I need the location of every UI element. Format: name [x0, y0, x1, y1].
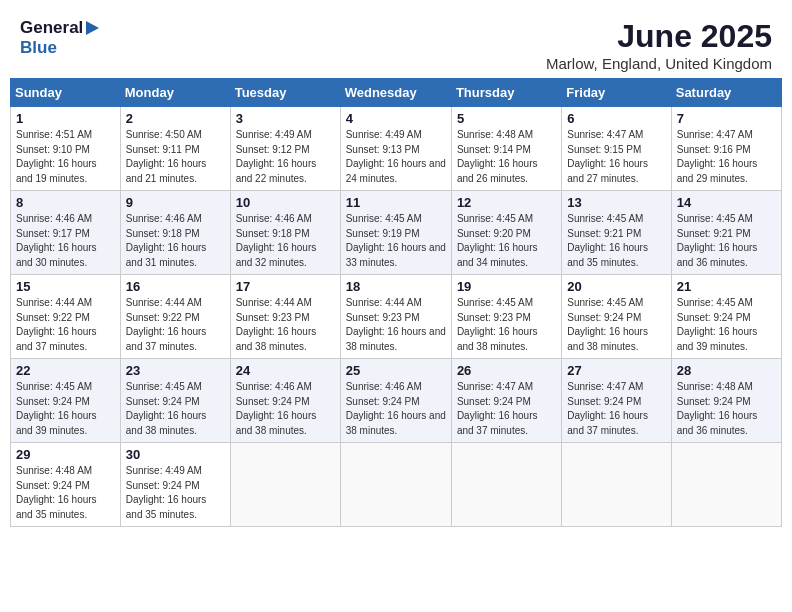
day-number: 2	[126, 111, 225, 126]
header-wednesday: Wednesday	[340, 79, 451, 107]
calendar-cell: 29Sunrise: 4:48 AM Sunset: 9:24 PM Dayli…	[11, 443, 121, 527]
calendar-cell: 4Sunrise: 4:49 AM Sunset: 9:13 PM Daylig…	[340, 107, 451, 191]
day-info: Sunrise: 4:49 AM Sunset: 9:12 PM Dayligh…	[236, 128, 335, 186]
day-number: 18	[346, 279, 446, 294]
day-info: Sunrise: 4:46 AM Sunset: 9:24 PM Dayligh…	[236, 380, 335, 438]
header-thursday: Thursday	[451, 79, 561, 107]
day-number: 15	[16, 279, 115, 294]
day-number: 30	[126, 447, 225, 462]
logo-triangle-icon	[86, 21, 99, 35]
calendar-cell	[562, 443, 671, 527]
header-row: SundayMondayTuesdayWednesdayThursdayFrid…	[11, 79, 782, 107]
page-header: General Blue June 2025 Marlow, England, …	[10, 10, 782, 78]
day-info: Sunrise: 4:51 AM Sunset: 9:10 PM Dayligh…	[16, 128, 115, 186]
calendar-cell: 20Sunrise: 4:45 AM Sunset: 9:24 PM Dayli…	[562, 275, 671, 359]
day-info: Sunrise: 4:46 AM Sunset: 9:17 PM Dayligh…	[16, 212, 115, 270]
calendar-cell: 9Sunrise: 4:46 AM Sunset: 9:18 PM Daylig…	[120, 191, 230, 275]
calendar-cell: 6Sunrise: 4:47 AM Sunset: 9:15 PM Daylig…	[562, 107, 671, 191]
day-info: Sunrise: 4:45 AM Sunset: 9:24 PM Dayligh…	[16, 380, 115, 438]
day-number: 21	[677, 279, 776, 294]
day-number: 25	[346, 363, 446, 378]
day-info: Sunrise: 4:48 AM Sunset: 9:24 PM Dayligh…	[16, 464, 115, 522]
day-info: Sunrise: 4:47 AM Sunset: 9:15 PM Dayligh…	[567, 128, 665, 186]
calendar-cell: 8Sunrise: 4:46 AM Sunset: 9:17 PM Daylig…	[11, 191, 121, 275]
calendar-cell: 21Sunrise: 4:45 AM Sunset: 9:24 PM Dayli…	[671, 275, 781, 359]
calendar-cell: 13Sunrise: 4:45 AM Sunset: 9:21 PM Dayli…	[562, 191, 671, 275]
week-row-2: 8Sunrise: 4:46 AM Sunset: 9:17 PM Daylig…	[11, 191, 782, 275]
calendar-cell: 17Sunrise: 4:44 AM Sunset: 9:23 PM Dayli…	[230, 275, 340, 359]
day-number: 9	[126, 195, 225, 210]
day-number: 28	[677, 363, 776, 378]
day-number: 13	[567, 195, 665, 210]
day-info: Sunrise: 4:49 AM Sunset: 9:13 PM Dayligh…	[346, 128, 446, 186]
logo-blue: Blue	[20, 38, 57, 57]
day-info: Sunrise: 4:47 AM Sunset: 9:16 PM Dayligh…	[677, 128, 776, 186]
logo-general: General	[20, 18, 83, 38]
day-info: Sunrise: 4:47 AM Sunset: 9:24 PM Dayligh…	[457, 380, 556, 438]
day-info: Sunrise: 4:45 AM Sunset: 9:24 PM Dayligh…	[677, 296, 776, 354]
day-number: 7	[677, 111, 776, 126]
day-info: Sunrise: 4:45 AM Sunset: 9:24 PM Dayligh…	[126, 380, 225, 438]
calendar-cell	[230, 443, 340, 527]
header-sunday: Sunday	[11, 79, 121, 107]
day-info: Sunrise: 4:48 AM Sunset: 9:24 PM Dayligh…	[677, 380, 776, 438]
day-number: 27	[567, 363, 665, 378]
day-info: Sunrise: 4:45 AM Sunset: 9:20 PM Dayligh…	[457, 212, 556, 270]
day-number: 16	[126, 279, 225, 294]
day-number: 6	[567, 111, 665, 126]
day-number: 4	[346, 111, 446, 126]
day-info: Sunrise: 4:48 AM Sunset: 9:14 PM Dayligh…	[457, 128, 556, 186]
day-info: Sunrise: 4:44 AM Sunset: 9:22 PM Dayligh…	[16, 296, 115, 354]
day-number: 5	[457, 111, 556, 126]
week-row-3: 15Sunrise: 4:44 AM Sunset: 9:22 PM Dayli…	[11, 275, 782, 359]
day-info: Sunrise: 4:50 AM Sunset: 9:11 PM Dayligh…	[126, 128, 225, 186]
day-number: 11	[346, 195, 446, 210]
calendar-table: SundayMondayTuesdayWednesdayThursdayFrid…	[10, 78, 782, 527]
calendar-cell: 10Sunrise: 4:46 AM Sunset: 9:18 PM Dayli…	[230, 191, 340, 275]
day-number: 23	[126, 363, 225, 378]
day-info: Sunrise: 4:45 AM Sunset: 9:21 PM Dayligh…	[677, 212, 776, 270]
day-number: 29	[16, 447, 115, 462]
day-info: Sunrise: 4:46 AM Sunset: 9:18 PM Dayligh…	[126, 212, 225, 270]
day-number: 12	[457, 195, 556, 210]
day-number: 26	[457, 363, 556, 378]
calendar-cell	[671, 443, 781, 527]
calendar-cell: 26Sunrise: 4:47 AM Sunset: 9:24 PM Dayli…	[451, 359, 561, 443]
calendar-cell: 3Sunrise: 4:49 AM Sunset: 9:12 PM Daylig…	[230, 107, 340, 191]
week-row-4: 22Sunrise: 4:45 AM Sunset: 9:24 PM Dayli…	[11, 359, 782, 443]
week-row-1: 1Sunrise: 4:51 AM Sunset: 9:10 PM Daylig…	[11, 107, 782, 191]
week-row-5: 29Sunrise: 4:48 AM Sunset: 9:24 PM Dayli…	[11, 443, 782, 527]
calendar-cell: 1Sunrise: 4:51 AM Sunset: 9:10 PM Daylig…	[11, 107, 121, 191]
calendar-cell: 28Sunrise: 4:48 AM Sunset: 9:24 PM Dayli…	[671, 359, 781, 443]
day-number: 8	[16, 195, 115, 210]
day-info: Sunrise: 4:45 AM Sunset: 9:21 PM Dayligh…	[567, 212, 665, 270]
day-number: 10	[236, 195, 335, 210]
calendar-cell	[451, 443, 561, 527]
calendar-cell: 30Sunrise: 4:49 AM Sunset: 9:24 PM Dayli…	[120, 443, 230, 527]
day-info: Sunrise: 4:46 AM Sunset: 9:18 PM Dayligh…	[236, 212, 335, 270]
calendar-cell: 25Sunrise: 4:46 AM Sunset: 9:24 PM Dayli…	[340, 359, 451, 443]
month-title: June 2025	[546, 18, 772, 55]
title-area: June 2025 Marlow, England, United Kingdo…	[546, 18, 772, 72]
day-number: 17	[236, 279, 335, 294]
day-number: 1	[16, 111, 115, 126]
header-friday: Friday	[562, 79, 671, 107]
day-number: 24	[236, 363, 335, 378]
day-number: 20	[567, 279, 665, 294]
calendar-cell: 22Sunrise: 4:45 AM Sunset: 9:24 PM Dayli…	[11, 359, 121, 443]
day-info: Sunrise: 4:46 AM Sunset: 9:24 PM Dayligh…	[346, 380, 446, 438]
calendar-cell: 15Sunrise: 4:44 AM Sunset: 9:22 PM Dayli…	[11, 275, 121, 359]
day-number: 22	[16, 363, 115, 378]
calendar-cell: 16Sunrise: 4:44 AM Sunset: 9:22 PM Dayli…	[120, 275, 230, 359]
header-tuesday: Tuesday	[230, 79, 340, 107]
day-info: Sunrise: 4:44 AM Sunset: 9:22 PM Dayligh…	[126, 296, 225, 354]
calendar-cell: 2Sunrise: 4:50 AM Sunset: 9:11 PM Daylig…	[120, 107, 230, 191]
header-saturday: Saturday	[671, 79, 781, 107]
calendar-cell: 27Sunrise: 4:47 AM Sunset: 9:24 PM Dayli…	[562, 359, 671, 443]
calendar-cell: 23Sunrise: 4:45 AM Sunset: 9:24 PM Dayli…	[120, 359, 230, 443]
day-number: 14	[677, 195, 776, 210]
day-info: Sunrise: 4:44 AM Sunset: 9:23 PM Dayligh…	[346, 296, 446, 354]
calendar-cell: 7Sunrise: 4:47 AM Sunset: 9:16 PM Daylig…	[671, 107, 781, 191]
calendar-cell: 14Sunrise: 4:45 AM Sunset: 9:21 PM Dayli…	[671, 191, 781, 275]
day-info: Sunrise: 4:47 AM Sunset: 9:24 PM Dayligh…	[567, 380, 665, 438]
